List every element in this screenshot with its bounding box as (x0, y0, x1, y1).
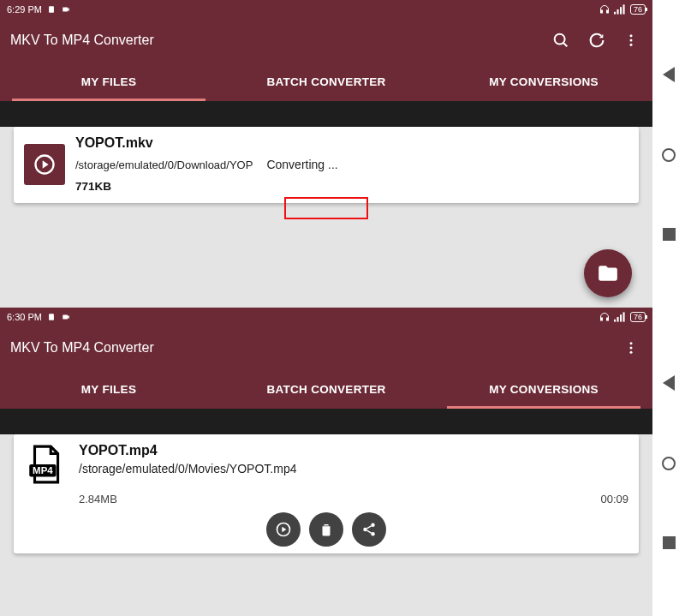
play-icon[interactable] (24, 144, 65, 185)
svg-point-10 (630, 39, 633, 42)
tab-my-conversions[interactable]: MY CONVERSIONS (435, 62, 652, 101)
conversion-card[interactable]: MP4 YOPOT.mp4 /storage/emulated/0/Movies… (14, 434, 639, 553)
section-divider (0, 101, 652, 127)
section-divider (0, 409, 652, 434)
svg-rect-16 (606, 318, 608, 320)
svg-rect-17 (614, 320, 616, 322)
screenshot-2: 6:30 PM 76 MKV To MP4 Converter MY FILES… (0, 308, 652, 616)
signal-icon (614, 4, 626, 15)
recents-button[interactable] (663, 536, 676, 549)
svg-point-23 (630, 351, 633, 354)
battery-icon: 76 (630, 312, 646, 322)
status-time: 6:30 PM (7, 312, 42, 322)
svg-rect-18 (616, 317, 618, 322)
file-card[interactable]: YOPOT.mkv /storage/emulated/0/Download/Y… (14, 127, 639, 203)
video-icon (61, 313, 71, 321)
tab-my-files[interactable]: MY FILES (0, 62, 217, 101)
svg-point-31 (363, 528, 367, 532)
svg-point-30 (371, 523, 375, 528)
sim-icon (47, 5, 56, 14)
svg-marker-27 (282, 527, 286, 533)
card-actions (24, 512, 628, 547)
share-button[interactable] (352, 512, 386, 547)
back-button[interactable] (663, 67, 675, 82)
status-time: 6:29 PM (7, 4, 42, 15)
app-title: MKV To MP4 Converter (10, 33, 551, 48)
battery-icon: 76 (630, 4, 646, 15)
home-button[interactable] (662, 457, 676, 470)
file-name: YOPOT.mp4 (79, 443, 628, 458)
app-bar: MKV To MP4 Converter MY FILES BATCH CONV… (0, 326, 652, 409)
delete-button[interactable] (309, 512, 343, 547)
status-bar: 6:29 PM 76 (0, 0, 652, 19)
svg-point-11 (630, 44, 633, 46)
file-name: YOPOT.mkv (75, 135, 628, 151)
recents-button[interactable] (663, 228, 676, 241)
svg-rect-29 (327, 529, 328, 534)
tab-bar: MY FILES BATCH CONVERTER MY CONVERSIONS (0, 62, 652, 101)
mp4-file-icon: MP4 (24, 443, 67, 486)
file-size: 771KB (75, 180, 628, 193)
back-button[interactable] (663, 375, 675, 391)
app-title: MKV To MP4 Converter (10, 340, 623, 356)
svg-rect-14 (49, 314, 54, 320)
svg-rect-2 (606, 10, 608, 13)
svg-rect-19 (620, 314, 622, 321)
svg-rect-4 (616, 9, 618, 15)
play-button[interactable] (266, 512, 301, 547)
search-icon[interactable] (551, 31, 570, 50)
conversion-status: Converting ... (259, 154, 344, 175)
headphones-icon (599, 4, 610, 15)
tab-bar: MY FILES BATCH CONVERTER MY CONVERSIONS (0, 369, 652, 409)
svg-rect-3 (614, 12, 616, 15)
headphones-icon (599, 312, 610, 322)
svg-text:MP4: MP4 (33, 465, 53, 475)
folder-fab[interactable] (584, 249, 632, 297)
tab-my-files[interactable]: MY FILES (0, 369, 217, 409)
svg-rect-20 (622, 312, 624, 321)
video-icon (61, 5, 71, 14)
system-nav (652, 0, 685, 308)
svg-rect-28 (325, 529, 325, 534)
home-button[interactable] (662, 148, 676, 162)
file-path: /storage/emulated/0/Download/YOP (75, 158, 253, 171)
tab-my-conversions[interactable]: MY CONVERSIONS (435, 369, 652, 409)
svg-point-22 (630, 347, 633, 350)
system-nav (652, 308, 685, 616)
status-bar: 6:30 PM 76 (0, 308, 652, 326)
svg-point-21 (630, 342, 633, 344)
screenshot-1: 6:29 PM 76 MKV To MP4 Converter MY FILES… (0, 0, 652, 308)
svg-rect-5 (620, 7, 622, 14)
app-bar: MKV To MP4 Converter MY FILES BATCH CONV… (0, 19, 652, 101)
signal-icon (614, 312, 626, 322)
sim-icon (47, 313, 56, 321)
tab-batch-converter[interactable]: BATCH CONVERTER (217, 62, 435, 101)
refresh-icon[interactable] (587, 31, 606, 50)
svg-point-32 (371, 532, 375, 536)
file-size: 2.84MB (79, 493, 117, 505)
svg-rect-15 (600, 318, 602, 320)
svg-rect-6 (622, 4, 624, 14)
svg-marker-13 (43, 160, 49, 168)
svg-rect-0 (49, 6, 54, 13)
overflow-menu-icon[interactable] (623, 338, 639, 357)
svg-point-9 (630, 34, 633, 37)
svg-line-8 (563, 43, 567, 46)
svg-point-7 (555, 34, 565, 45)
file-path: /storage/emulated/0/Movies/YOPOT.mp4 (79, 462, 628, 475)
svg-rect-1 (600, 10, 602, 13)
tab-batch-converter[interactable]: BATCH CONVERTER (217, 369, 435, 409)
overflow-menu-icon[interactable] (623, 31, 639, 50)
file-duration: 00:09 (600, 493, 628, 505)
